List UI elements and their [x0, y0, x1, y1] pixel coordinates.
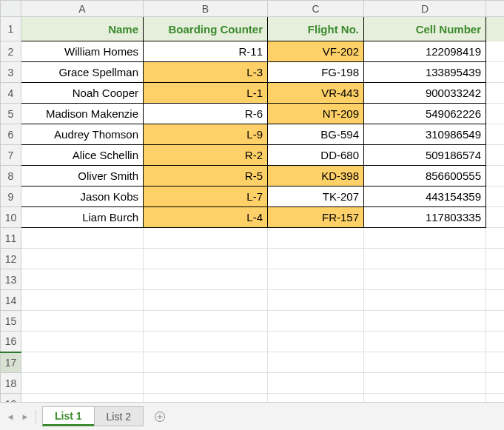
cell-B9[interactable]: L-7 — [144, 187, 268, 207]
cell-A17[interactable] — [21, 352, 144, 373]
cell-B17[interactable] — [144, 352, 268, 373]
cell-C3[interactable]: FG-198 — [268, 62, 364, 83]
cell-C12[interactable] — [268, 249, 364, 269]
col-header-extra[interactable] — [486, 1, 505, 17]
cell-A6[interactable]: Audrey Thomson — [21, 124, 144, 145]
row-header[interactable]: 17 — [1, 352, 21, 373]
cell-A9[interactable]: Jason Kobs — [21, 187, 144, 207]
cell-B2[interactable]: R-11 — [144, 41, 268, 62]
cell-A13[interactable] — [21, 269, 144, 290]
cell-C14[interactable] — [268, 290, 364, 311]
cell-A11[interactable] — [21, 228, 144, 249]
cell-B3[interactable]: L-3 — [144, 62, 268, 83]
cell-D12[interactable] — [364, 249, 486, 269]
row-header[interactable]: 13 — [1, 269, 21, 290]
cell-C13[interactable] — [268, 269, 364, 290]
cell-D7[interactable]: 509186574 — [364, 145, 486, 166]
col-header-C[interactable]: C — [268, 1, 364, 17]
row-header[interactable]: 12 — [1, 249, 21, 269]
cell-C7[interactable]: DD-680 — [268, 145, 364, 166]
cell-C2[interactable]: VF-202 — [268, 41, 364, 62]
row-header[interactable]: 4 — [1, 83, 21, 104]
cell-C6[interactable]: BG-594 — [268, 124, 364, 145]
cell-B6[interactable]: L-9 — [144, 124, 268, 145]
cell-C4[interactable]: VR-443 — [268, 83, 364, 104]
cell-D14[interactable] — [364, 290, 486, 311]
cell-extra-11[interactable] — [486, 228, 505, 249]
tab-nav-prev[interactable]: ◄ — [3, 408, 18, 426]
cell-D9[interactable]: 443154359 — [364, 187, 486, 207]
cell-B14[interactable] — [144, 290, 268, 311]
cell-extra-7[interactable] — [486, 145, 505, 166]
cell-D2[interactable]: 122098419 — [364, 41, 486, 62]
cell-B4[interactable]: L-1 — [144, 83, 268, 104]
cell-C16[interactable] — [268, 332, 364, 352]
cell-C11[interactable] — [268, 228, 364, 249]
cell-C9[interactable]: TK-207 — [268, 187, 364, 207]
row-header[interactable]: 15 — [1, 311, 21, 332]
cell-D15[interactable] — [364, 311, 486, 332]
cell-A3[interactable]: Grace Spellman — [21, 62, 144, 83]
row-header[interactable]: 5 — [1, 104, 21, 124]
row-header[interactable]: 16 — [1, 332, 21, 352]
cell-A18[interactable] — [21, 373, 144, 394]
cell-D18[interactable] — [364, 373, 486, 394]
cell-B16[interactable] — [144, 332, 268, 352]
cell-C1[interactable]: Flight No. — [268, 17, 364, 41]
cell-extra-1[interactable] — [486, 17, 505, 41]
cell-extra-17[interactable] — [486, 352, 505, 373]
cell-D4[interactable]: 900033242 — [364, 83, 486, 104]
cell-extra-18[interactable] — [486, 373, 505, 394]
cell-B1[interactable]: Boarding Counter — [144, 17, 268, 41]
row-header[interactable]: 9 — [1, 187, 21, 207]
cell-C5[interactable]: NT-209 — [268, 104, 364, 124]
cell-extra-12[interactable] — [486, 249, 505, 269]
cell-extra-6[interactable] — [486, 124, 505, 145]
cell-extra-15[interactable] — [486, 311, 505, 332]
cell-D1[interactable]: Cell Number — [364, 17, 486, 41]
cell-C17[interactable] — [268, 352, 364, 373]
cell-B15[interactable] — [144, 311, 268, 332]
sheet-tab-list-1[interactable]: List 1 — [42, 406, 95, 426]
cell-D8[interactable]: 856600555 — [364, 166, 486, 187]
row-header[interactable]: 6 — [1, 124, 21, 145]
cell-extra-8[interactable] — [486, 166, 505, 187]
cell-B18[interactable] — [144, 373, 268, 394]
cell-D13[interactable] — [364, 269, 486, 290]
cell-B12[interactable] — [144, 249, 268, 269]
cell-A1[interactable]: Name — [21, 17, 144, 41]
row-header[interactable]: 11 — [1, 228, 21, 249]
cell-C18[interactable] — [268, 373, 364, 394]
col-header-B[interactable]: B — [144, 1, 268, 17]
sheet-tab-list-2[interactable]: List 2 — [94, 406, 144, 426]
cell-C10[interactable]: FR-157 — [268, 207, 364, 228]
cell-extra-16[interactable] — [486, 332, 505, 352]
cell-C8[interactable]: KD-398 — [268, 166, 364, 187]
cell-B19[interactable] — [144, 394, 268, 403]
cell-A7[interactable]: Alice Schellin — [21, 145, 144, 166]
cell-A2[interactable]: William Homes — [21, 41, 144, 62]
cell-B5[interactable]: R-6 — [144, 104, 268, 124]
cell-extra-4[interactable] — [486, 83, 505, 104]
cell-B7[interactable]: R-2 — [144, 145, 268, 166]
cell-B8[interactable]: R-5 — [144, 166, 268, 187]
cell-D3[interactable]: 133895439 — [364, 62, 486, 83]
cell-A4[interactable]: Noah Cooper — [21, 83, 144, 104]
cell-extra-2[interactable] — [486, 41, 505, 62]
cell-A14[interactable] — [21, 290, 144, 311]
cell-A8[interactable]: Oliver Smith — [21, 166, 144, 187]
tab-nav-next[interactable]: ► — [18, 408, 33, 426]
row-header[interactable]: 7 — [1, 145, 21, 166]
cell-D17[interactable] — [364, 352, 486, 373]
cell-extra-19[interactable] — [486, 394, 505, 403]
cell-extra-3[interactable] — [486, 62, 505, 83]
cell-extra-5[interactable] — [486, 104, 505, 124]
cell-A16[interactable] — [21, 332, 144, 352]
cell-B13[interactable] — [144, 269, 268, 290]
cell-extra-13[interactable] — [486, 269, 505, 290]
row-header[interactable]: 14 — [1, 290, 21, 311]
cell-D5[interactable]: 549062226 — [364, 104, 486, 124]
cell-extra-14[interactable] — [486, 290, 505, 311]
select-all-corner[interactable] — [1, 1, 21, 17]
cell-A10[interactable]: Liam Burch — [21, 207, 144, 228]
